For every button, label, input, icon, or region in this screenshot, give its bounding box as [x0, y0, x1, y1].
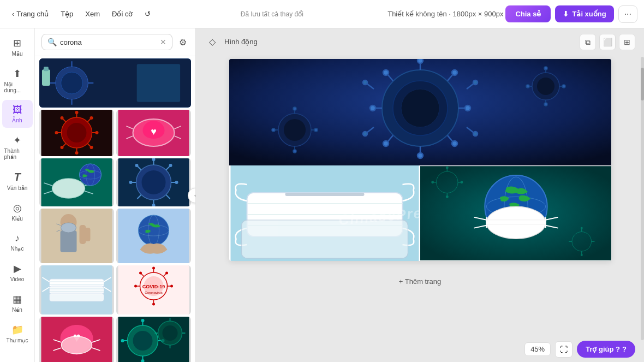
back-button[interactable]: ‹ Trang chủ: [7, 7, 54, 21]
sidebar-label-content: Nội dung...: [4, 81, 31, 93]
sidebar-item-style[interactable]: ◎ Kiểu: [2, 198, 33, 226]
folder-icon: 📁: [11, 324, 23, 336]
download-label: Tải xuống: [572, 10, 606, 18]
panel: 🔍 ✕ ⚙: [35, 28, 196, 362]
collage-bottom-right: [420, 165, 611, 261]
svg-point-96: [134, 285, 137, 288]
duplicate-page-icon[interactable]: ⧉: [580, 34, 596, 50]
sidebar-item-photo[interactable]: 🖼 Ảnh: [2, 100, 33, 128]
svg-text:Coronavirus: Coronavirus: [145, 291, 162, 294]
sidebar-label-photo: Ảnh: [12, 117, 22, 123]
svg-rect-66: [61, 230, 77, 252]
svg-point-69: [61, 223, 76, 233]
sidebar-item-music[interactable]: ♪ Nhạc: [2, 228, 33, 256]
sidebar: ⊞ Mẫu ⬆ Nội dung... 🖼 Ảnh ✦ Thành phần T…: [0, 28, 35, 362]
svg-point-49: [142, 170, 166, 194]
svg-point-140: [465, 105, 470, 111]
svg-point-24: [90, 116, 93, 120]
search-box[interactable]: 🔍 ✕: [41, 34, 172, 50]
list-item[interactable]: [39, 158, 114, 206]
view-label: Xem: [85, 10, 100, 18]
search-input[interactable]: [60, 38, 157, 46]
main-area: ⊞ Mẫu ⬆ Nội dung... 🖼 Ảnh ✦ Thành phần T…: [0, 28, 644, 362]
list-item[interactable]: COVID-19 Coronavirus: [116, 265, 191, 314]
image-grid: ♥: [35, 56, 195, 362]
svg-point-61: [169, 164, 172, 167]
svg-point-59: [135, 164, 139, 167]
svg-point-166: [314, 128, 318, 132]
svg-point-114: [133, 331, 153, 351]
template-icon: ⊞: [13, 37, 21, 49]
svg-point-28: [90, 146, 93, 149]
svg-point-168: [537, 78, 554, 95]
share-button[interactable]: Chia sẻ: [505, 5, 551, 22]
collage-top-image: [229, 59, 611, 165]
sidebar-item-video[interactable]: ▶ Video: [2, 258, 33, 287]
list-item[interactable]: [116, 209, 191, 263]
file-menu-button[interactable]: Tệp: [55, 7, 79, 21]
sidebar-item-element[interactable]: ✦ Thành phần: [2, 130, 33, 164]
text-icon: T: [14, 171, 20, 183]
svg-point-73: [139, 215, 169, 246]
sidebar-item-content[interactable]: ⬆ Nội dung...: [2, 63, 33, 98]
svg-point-170: [544, 67, 547, 70]
svg-point-160: [293, 107, 296, 110]
svg-point-100: [139, 272, 142, 275]
change-menu-button[interactable]: Đối cờ: [106, 7, 138, 21]
svg-point-92: [152, 267, 155, 270]
svg-rect-83: [50, 293, 104, 301]
view-menu-button[interactable]: Xem: [80, 7, 105, 21]
add-page-button[interactable]: + Thêm trang: [229, 270, 611, 293]
svg-point-12: [67, 123, 87, 143]
list-item[interactable]: ♥: [39, 317, 114, 362]
topbar: ‹ Trang chủ Tệp Xem Đối cờ ↺ Đã lưu tất …: [0, 0, 644, 28]
sidebar-item-folder[interactable]: 📁 Thư mục: [2, 319, 33, 348]
svg-point-187: [445, 167, 448, 169]
scroll-thumb[interactable]: [641, 68, 644, 100]
more-options-button[interactable]: ···: [618, 5, 637, 23]
svg-point-152: [473, 80, 478, 85]
filter-button[interactable]: ⚙: [177, 35, 189, 50]
list-item[interactable]: [39, 265, 114, 314]
add-page-top-icon[interactable]: ⊞: [619, 34, 635, 50]
scroll-track: [641, 57, 644, 340]
svg-point-94: [152, 303, 155, 306]
svg-point-150: [363, 80, 367, 85]
fit-screen-button[interactable]: ⛶: [555, 341, 573, 358]
background-icon: ▦: [13, 293, 22, 305]
sidebar-item-template[interactable]: ⊞ Mẫu: [2, 33, 33, 61]
list-item[interactable]: ♥: [116, 110, 191, 156]
sidebar-item-text[interactable]: T Văn bản: [2, 167, 33, 195]
sidebar-item-background[interactable]: ▦ Nền: [2, 289, 33, 317]
svg-point-14: [75, 111, 79, 114]
svg-rect-9: [137, 64, 180, 102]
list-item[interactable]: [39, 209, 114, 263]
list-item[interactable]: [116, 317, 191, 362]
svg-point-16: [75, 151, 79, 155]
undo-button[interactable]: ↺: [139, 7, 156, 21]
animation-icon[interactable]: ◇: [205, 34, 220, 49]
save-status: Đã lưu tất cả thay đổi: [158, 10, 385, 18]
fullscreen-icon: ⛶: [560, 345, 568, 354]
clear-search-icon[interactable]: ✕: [160, 38, 166, 46]
panel-search-bar: 🔍 ✕ ⚙: [35, 28, 195, 56]
canvas-toolbar: ◇ Hình động: [196, 28, 644, 55]
collage-bottom: ChnasePremium.com: [229, 165, 611, 261]
list-item[interactable]: [39, 58, 191, 108]
help-button[interactable]: Trợ giúp ? ?: [577, 341, 635, 358]
undo-icon: ↺: [145, 10, 151, 18]
zoom-level[interactable]: 45%: [524, 342, 551, 356]
list-item[interactable]: [39, 110, 114, 156]
list-item[interactable]: [116, 158, 191, 206]
change-label: Đối cờ: [112, 10, 133, 18]
design-page: ChnasePremium.com: [229, 59, 611, 261]
element-icon: ✦: [13, 134, 21, 146]
bottom-bar: 45% ⛶ Trợ giúp ? ?: [516, 336, 644, 362]
svg-point-193: [460, 181, 463, 183]
style-icon: ◎: [13, 202, 22, 214]
svg-rect-183: [241, 220, 408, 258]
svg-point-189: [445, 195, 448, 198]
download-button[interactable]: ⬇ Tải xuống: [555, 5, 613, 22]
copy-page-icon[interactable]: ⬜: [599, 34, 616, 50]
sidebar-label-folder: Thư mục: [7, 337, 28, 343]
